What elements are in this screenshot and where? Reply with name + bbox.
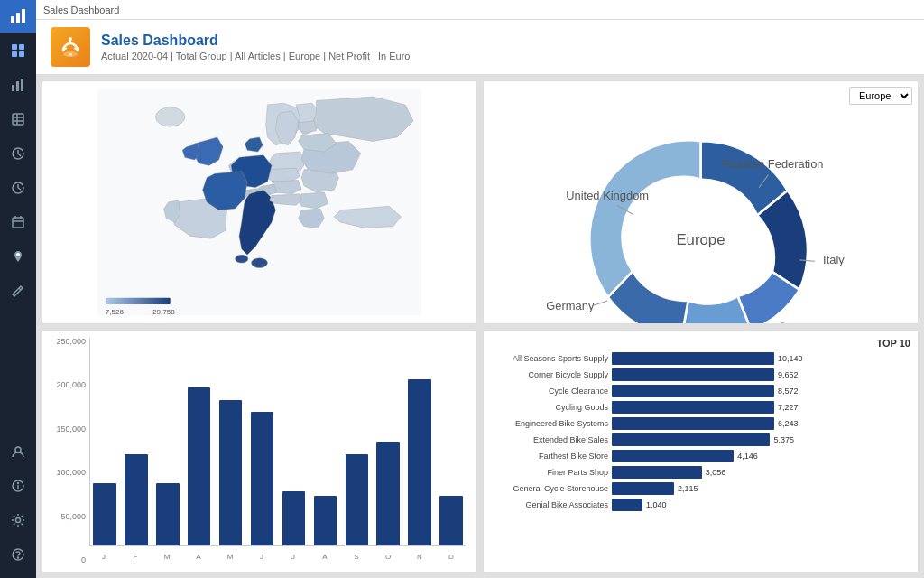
bar-group — [185, 338, 214, 546]
x-label: D — [437, 550, 466, 564]
svg-rect-3 — [12, 44, 17, 50]
top10-item-value: 1,040 — [646, 500, 667, 509]
bar-group — [342, 338, 371, 546]
svg-line-53 — [594, 301, 607, 305]
top10-item-value: 8,572 — [778, 387, 799, 396]
bar-group — [122, 338, 151, 546]
top10-row: Extended Bike Sales5,375 — [491, 434, 910, 446]
top10-row: Genial Bike Associates1,040 — [491, 499, 910, 511]
svg-rect-2 — [22, 9, 25, 23]
svg-point-28 — [16, 518, 21, 523]
svg-text:Europe: Europe — [676, 231, 725, 248]
sidebar-item-info[interactable] — [0, 470, 36, 502]
sidebar-item-calendar[interactable] — [0, 206, 36, 238]
header-text: Sales Dashboard Actual 2020-04 | Total G… — [101, 33, 410, 61]
bar-group — [437, 338, 466, 546]
bar-group — [153, 338, 182, 546]
bars-area — [89, 338, 466, 547]
bar-group — [248, 338, 277, 546]
svg-point-24 — [15, 447, 21, 452]
svg-text:Germany: Germany — [546, 299, 595, 312]
sidebar-bottom — [0, 434, 36, 578]
svg-line-17 — [18, 188, 21, 190]
donut-chart-container: Europe Russian Federation Italy Belgium — [491, 89, 910, 324]
svg-rect-1 — [16, 13, 20, 23]
donut-chart: Europe Russian Federation Italy Belgium — [491, 89, 910, 324]
bar-group — [90, 338, 119, 546]
svg-rect-9 — [21, 79, 23, 91]
top10-row: All Seasons Sports Supply10,140 — [491, 352, 910, 365]
window-title: Sales Dashboard — [43, 5, 119, 15]
sidebar-item-dashboard[interactable] — [0, 34, 36, 67]
sidebar-item-clock[interactable] — [0, 172, 36, 204]
svg-rect-8 — [16, 81, 19, 91]
svg-rect-41 — [106, 298, 171, 304]
top10-bar — [612, 352, 774, 365]
svg-point-39 — [252, 258, 268, 268]
svg-point-30 — [18, 557, 19, 558]
sidebar-item-chart[interactable] — [0, 69, 36, 101]
svg-rect-7 — [12, 85, 14, 91]
svg-point-22 — [16, 253, 20, 256]
main-content: Sales Dashboard ≋ Sales Dashboard Actual… — [36, 0, 924, 578]
top10-row: Farthest Bike Store4,146 — [491, 450, 910, 462]
top10-bar — [612, 434, 770, 446]
svg-line-23 — [19, 288, 21, 290]
europe-map: 7,526 29,758 — [50, 89, 469, 316]
dashboard-grid: 7,526 29,758 Europe — [36, 75, 924, 578]
x-label: S — [342, 550, 371, 564]
top10-item-label: Genial Bike Associates — [491, 500, 608, 509]
sidebar-item-analytics[interactable] — [0, 137, 36, 170]
x-label: J — [247, 550, 276, 564]
map-legend-min: 7,526 — [106, 308, 125, 316]
x-label: J — [89, 550, 118, 564]
bar-group — [310, 338, 339, 546]
top10-item-label: Cycle Clearance — [491, 387, 608, 396]
map-legend-max: 29,758 — [152, 308, 175, 316]
x-label: A — [184, 550, 213, 564]
top10-bar — [612, 450, 734, 462]
sidebar-item-help[interactable] — [0, 538, 36, 571]
svg-point-38 — [156, 107, 185, 127]
top10-item-label: Extended Bike Sales — [491, 435, 608, 444]
top10-bar — [612, 368, 774, 381]
bar-chart-panel: 250,000 200,000 150,000 100,000 50,000 0… — [42, 330, 477, 573]
svg-rect-18 — [13, 218, 23, 228]
top10-bar — [612, 401, 774, 414]
top10-item-label: Corner Bicycle Supply — [491, 370, 608, 379]
top10-item-label: All Seasons Sports Supply — [491, 354, 608, 363]
map-svg: 7,526 29,758 — [50, 89, 469, 316]
sidebar — [0, 0, 36, 578]
map-panel: 7,526 29,758 — [42, 80, 477, 324]
svg-rect-6 — [19, 51, 24, 57]
top10-bar — [612, 385, 774, 397]
x-label: J — [279, 550, 308, 564]
top10-item-value: 10,140 — [778, 354, 803, 363]
top10-row: Cycle Clearance8,572 — [491, 385, 910, 397]
top10-row: General Cycle Storehouse2,115 — [491, 482, 910, 495]
bar-group — [374, 338, 402, 546]
top10-bar — [612, 466, 702, 479]
top10-item-label: Engineered Bike Systems — [491, 419, 608, 428]
top10-rows: All Seasons Sports Supply10,140Corner Bi… — [491, 352, 910, 511]
top10-bar — [612, 499, 642, 511]
sidebar-item-pin[interactable] — [0, 240, 36, 273]
sidebar-item-edit[interactable] — [0, 275, 36, 307]
top10-row: Engineered Bike Systems6,243 — [491, 417, 910, 430]
y-axis-labels: 250,000 200,000 150,000 100,000 50,000 0 — [50, 338, 89, 565]
svg-rect-0 — [11, 16, 14, 23]
top10-item-value: 6,243 — [778, 419, 799, 428]
page-title: Sales Dashboard — [101, 33, 410, 49]
page-subtitle: Actual 2020-04 | Total Group | All Artic… — [101, 51, 410, 61]
svg-point-27 — [18, 483, 19, 484]
sidebar-item-table[interactable] — [0, 103, 36, 135]
svg-rect-4 — [19, 44, 24, 50]
sidebar-item-user[interactable] — [0, 435, 36, 468]
sidebar-logo[interactable] — [0, 0, 36, 33]
svg-text:Russian Federation: Russian Federation — [723, 157, 824, 171]
header-icon: ≋ — [51, 27, 90, 67]
top10-row: Finer Parts Shop3,056 — [491, 466, 910, 479]
top10-item-value: 7,227 — [778, 403, 799, 412]
sidebar-item-settings[interactable] — [0, 504, 36, 536]
svg-rect-10 — [13, 114, 23, 125]
